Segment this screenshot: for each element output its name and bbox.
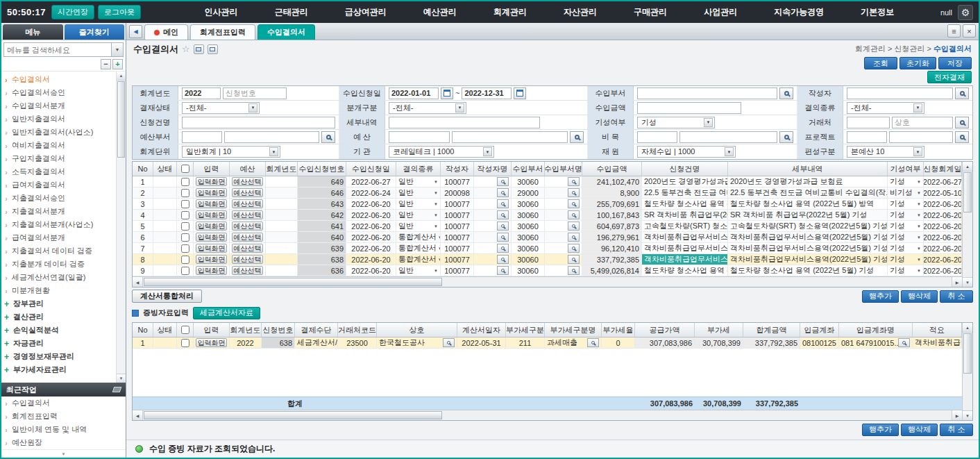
sidebar-group-item[interactable]: + 손익실적분석	[1, 324, 115, 337]
writer-search-icon[interactable]	[497, 199, 509, 208]
input-screen-button[interactable]: 입력화면	[196, 199, 227, 208]
scroll-thumb[interactable]	[963, 333, 972, 374]
project-code-input[interactable]	[847, 131, 887, 143]
table-row[interactable]: 5 입력화면 예산선택 641 2022-06-20 일반 100077 300…	[133, 221, 962, 232]
sidebar-menu-item[interactable]: › 미분개현황	[1, 284, 115, 297]
recent-work-item[interactable]: › 회계전표입력	[1, 410, 126, 423]
dept-search-icon[interactable]	[568, 188, 580, 197]
sidebar-group-item[interactable]: + 장부관리	[1, 297, 115, 310]
request-no-input[interactable]	[223, 87, 287, 99]
format-type-select[interactable]: 본예산 10▼	[847, 146, 924, 158]
input-screen-button[interactable]: 입력화면	[196, 222, 227, 231]
input-screen-button[interactable]: 입력화면	[196, 233, 227, 242]
clear-recent-icon[interactable]	[112, 387, 122, 392]
writer-search-icon[interactable]	[497, 210, 509, 219]
horizontal-scrollbar[interactable]: ◀ ▶	[133, 276, 962, 287]
acct-unit-select[interactable]: 일반회계 | 10▼	[182, 146, 280, 158]
vendor-code-input[interactable]	[847, 117, 890, 128]
tab-back-icon[interactable]: ◀	[129, 25, 142, 38]
select-all-checkbox[interactable]	[181, 326, 189, 334]
topnav-item[interactable]: 구매관리	[634, 6, 667, 18]
row-checkbox[interactable]	[181, 339, 189, 347]
table-row[interactable]: 9 입력화면 예산선택 636 2022-06-20 일반 100077 300…	[133, 265, 962, 276]
search-button[interactable]: 조회	[864, 57, 897, 69]
sidebar-menu-item[interactable]: › 수입결의서분개	[1, 99, 115, 112]
writer-search-icon[interactable]	[497, 177, 509, 186]
dept-search-icon[interactable]	[568, 244, 580, 253]
sidebar-menu-item[interactable]: › 일반지출결의서(사업소)	[1, 126, 115, 139]
sidebar-menu-item[interactable]: › 수입결의서	[1, 73, 115, 86]
budget-search-icon[interactable]	[570, 131, 584, 143]
cell-kind-select[interactable]: 일반	[396, 210, 441, 220]
budget-select-button[interactable]: 예산선택	[232, 177, 263, 186]
delete-row-button[interactable]: 행삭제	[901, 424, 938, 436]
sidebar-menu-item[interactable]: › 소득지출결의서	[1, 165, 115, 178]
topnav-item[interactable]: 자산관리	[564, 6, 597, 18]
table-row[interactable]: 3 입력화면 예산선택 643 2022-06-20 일반 100077 300…	[133, 199, 962, 210]
sidebar-group-item[interactable]: + 부가세자료관리	[1, 363, 115, 376]
sidebar-menu-item[interactable]: › 수입결의서승인	[1, 86, 115, 99]
writer-search-icon[interactable]	[497, 188, 509, 197]
row-checkbox[interactable]	[181, 267, 189, 275]
recent-work-item[interactable]: › 수입결의서	[1, 397, 126, 410]
sidebar-menu-item[interactable]: › 지출결의서 데이터 검증	[1, 244, 115, 258]
budget-select-button[interactable]: 예산선택	[232, 233, 263, 242]
budget-name-input[interactable]	[452, 131, 568, 143]
budget-dept-search-icon[interactable]	[321, 131, 335, 143]
select-all-checkbox[interactable]	[181, 165, 189, 173]
invoice-merge-button[interactable]: 계산서통합처리	[132, 290, 202, 303]
scroll-thumb[interactable]	[117, 81, 125, 158]
expand-all-button[interactable]: +	[112, 59, 123, 69]
input-screen-button[interactable]: 입력화면	[196, 188, 227, 197]
cell-kind-select[interactable]: 일반	[396, 199, 441, 209]
sidebar-menu-item[interactable]: › 일반지출결의서	[1, 112, 115, 126]
input-screen-button[interactable]: 입력화면	[196, 177, 227, 186]
menu-search-input[interactable]	[4, 43, 111, 56]
vendor-name-input[interactable]	[892, 117, 953, 128]
item-code-input[interactable]	[637, 131, 677, 143]
input-screen-button[interactable]: 입력화면	[196, 244, 227, 253]
writer-search-icon[interactable]	[955, 87, 969, 99]
scroll-down-icon[interactable]: ▼	[963, 277, 972, 287]
dept-search-icon[interactable]	[568, 266, 580, 275]
date-from-input[interactable]	[389, 87, 439, 99]
project-name-input[interactable]	[889, 131, 953, 143]
recent-work-item[interactable]: › 일반이체 연동 및 내역	[1, 423, 126, 436]
topnav-item[interactable]: 회계관리	[493, 6, 527, 18]
row-checkbox[interactable]	[181, 189, 189, 197]
cell-kind-select[interactable]: 통합계산서	[396, 232, 441, 242]
sidebar-menu-item[interactable]: › 여비지출결의서	[1, 139, 115, 152]
detail-input[interactable]	[389, 117, 540, 128]
cell-completion-select[interactable]: 기성	[888, 265, 924, 276]
budget-dept-code-input[interactable]	[182, 131, 222, 143]
cell-completion-select[interactable]: 기성	[888, 176, 924, 187]
table-row[interactable]: 4 입력화면 예산선택 642 2022-06-20 일반 100077 300…	[133, 210, 962, 221]
reset-button[interactable]: 초기화	[899, 57, 936, 69]
item-name-input[interactable]	[679, 131, 777, 143]
vat-search-icon[interactable]	[587, 338, 599, 347]
topnav-item[interactable]: 근태관리	[275, 6, 308, 18]
dept-search-icon[interactable]	[568, 233, 580, 242]
account-search-icon[interactable]	[898, 338, 910, 347]
row-checkbox[interactable]	[181, 200, 189, 208]
cell-kind-select[interactable]: 일반	[396, 187, 441, 198]
topnav-item[interactable]: 기본정보	[861, 6, 894, 18]
cell-kind-select[interactable]: 통합계산서	[396, 254, 441, 265]
budget-select-button[interactable]: 예산선택	[232, 255, 263, 264]
sidebar-menu-item[interactable]: › 세금계산서연결(일괄)	[1, 271, 115, 284]
cancel-button[interactable]: 취 소	[940, 290, 973, 303]
request-title-input[interactable]	[182, 117, 335, 128]
document-tab[interactable]: 회계전표입력	[190, 24, 255, 40]
row-checkbox[interactable]	[181, 178, 189, 186]
project-search-icon[interactable]	[955, 131, 969, 143]
input-screen-button[interactable]: 입력화면	[196, 210, 227, 219]
cell-completion-select[interactable]: 기성	[888, 199, 924, 209]
cell-kind-select[interactable]: 통합계산서	[396, 243, 441, 253]
writer-input[interactable]	[847, 87, 953, 99]
screen-capture-icon[interactable]	[194, 44, 204, 54]
budget-select-button[interactable]: 예산선택	[232, 266, 263, 275]
sidebar-menu-item[interactable]: › 지출분개 데이터 검증	[1, 258, 115, 271]
row-checkbox[interactable]	[181, 256, 189, 264]
scroll-thumb[interactable]	[144, 278, 442, 286]
date-to-input[interactable]	[462, 87, 512, 99]
